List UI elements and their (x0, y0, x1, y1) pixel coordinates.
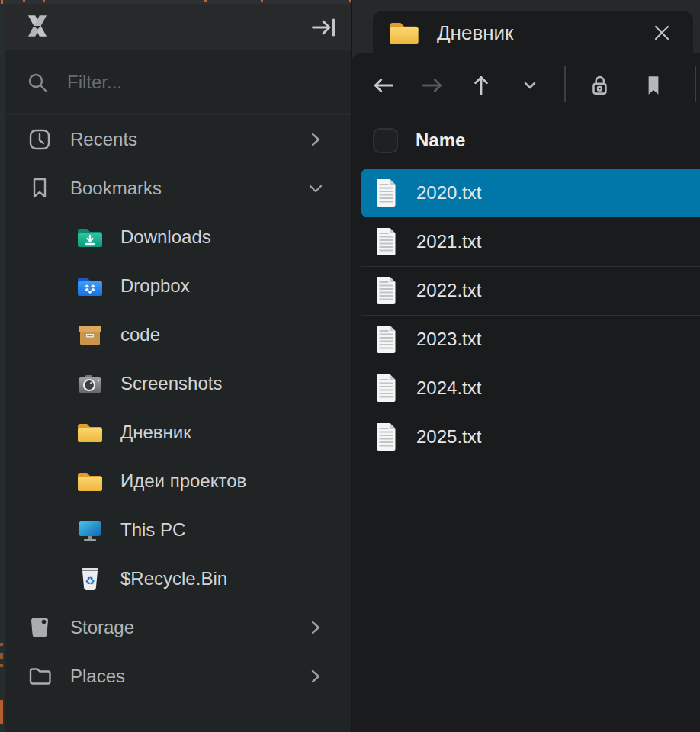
text-file-icon (374, 227, 398, 256)
text-file-icon (374, 178, 398, 207)
collapse-sidebar-button[interactable] (308, 14, 339, 41)
chevron-right-icon (307, 667, 325, 685)
sidebar-item-code[interactable]: code (5, 310, 351, 359)
bookmark-outline-icon (27, 176, 52, 201)
sidebar-item-label: This PC (120, 519, 185, 541)
file-row-2021[interactable]: 2021.txt (352, 217, 700, 266)
yellow-folder-icon (76, 470, 104, 493)
sidebar-item-diary-folder[interactable]: Дневник (5, 408, 351, 457)
up-button[interactable] (467, 72, 495, 99)
file-row-2025[interactable]: 2025.txt (352, 413, 700, 461)
file-pane: Дневник (351, 0, 700, 732)
sidebar-item-label: Recents (70, 129, 137, 150)
recycle-bin-icon: ♻ (76, 567, 104, 592)
toolbar-divider (695, 66, 696, 102)
unlock-button[interactable] (586, 72, 614, 99)
sidebar-item-project-ideas-folder[interactable]: Идеи проектов (5, 457, 351, 506)
file-row-2020[interactable]: 2020.txt (352, 169, 700, 217)
dropbox-folder-icon (76, 274, 104, 298)
text-file-icon (374, 276, 398, 305)
file-row-2023[interactable]: 2023.txt (352, 315, 700, 364)
back-button[interactable] (370, 72, 397, 99)
sidebar-item-label: code (120, 324, 160, 345)
camera-icon (76, 372, 104, 396)
chevron-down-icon (307, 179, 325, 197)
archive-box-icon (76, 323, 104, 347)
filter-input[interactable] (66, 71, 336, 94)
sidebar-item-storage[interactable]: Storage (5, 603, 351, 652)
text-file-icon (374, 374, 398, 403)
close-icon[interactable] (650, 21, 673, 44)
sidebar-item-label: Places (70, 666, 125, 687)
file-list: 2020.txt 2021.txt (352, 169, 700, 461)
sidebar-header (5, 4, 351, 50)
folder-outline-icon (27, 664, 52, 689)
sidebar-item-downloads[interactable]: Downloads (5, 213, 351, 262)
clock-icon (27, 127, 52, 152)
file-name: 2020.txt (416, 182, 481, 204)
filter-bar (5, 50, 351, 115)
chevron-right-icon (307, 130, 325, 149)
computer-monitor-icon (76, 518, 104, 542)
history-dropdown-button[interactable] (516, 72, 544, 99)
sidebar-item-label: Идеи проектов (120, 470, 246, 492)
sidebar-item-label: Bookmarks (70, 178, 162, 199)
forward-button[interactable] (419, 72, 446, 99)
sidebar-item-recents[interactable]: Recents (5, 115, 351, 164)
chevron-right-icon (307, 618, 325, 637)
yellow-folder-icon (76, 421, 104, 445)
sidebar-item-dropbox[interactable]: Dropbox (5, 262, 351, 310)
select-all-checkbox[interactable] (373, 128, 398, 153)
file-name: 2021.txt (416, 231, 481, 252)
sidebar-item-label: Storage (70, 617, 134, 638)
name-column-header[interactable]: Name (416, 130, 465, 151)
file-name: 2025.txt (416, 426, 481, 448)
sidebar-item-this-pc[interactable]: This PC (5, 506, 351, 554)
toolbar (352, 53, 700, 113)
text-file-icon (374, 422, 398, 451)
downloads-folder-icon (76, 226, 104, 249)
file-name: 2023.txt (416, 329, 481, 350)
search-icon (26, 71, 49, 94)
toolbar-divider (564, 66, 566, 102)
tab-title: Дневник (437, 21, 514, 45)
pane-content: Name 2020.txt (352, 53, 700, 732)
sidebar-nav: Recents Bookmarks (5, 115, 351, 701)
sidebar-item-recycle-bin[interactable]: ♻ $Recycle.Bin (5, 554, 351, 603)
sidebar-item-places[interactable]: Places (5, 652, 351, 701)
file-row-2022[interactable]: 2022.txt (352, 266, 700, 315)
sidebar-item-label: Дневник (120, 422, 191, 443)
file-name: 2024.txt (416, 377, 481, 399)
sidebar-item-bookmarks[interactable]: Bookmarks (5, 164, 351, 213)
svg-text:♻: ♻ (85, 574, 95, 588)
tab-diary[interactable]: Дневник (373, 11, 693, 55)
bookmark-button[interactable] (640, 72, 667, 99)
app-logo-icon (23, 12, 52, 40)
file-row-2024[interactable]: 2024.txt (352, 364, 700, 413)
sidebar-item-label: Dropbox (120, 275, 190, 297)
file-list-header: Name (352, 114, 700, 166)
text-file-icon (374, 325, 398, 354)
sidebar-item-label: Downloads (120, 226, 211, 248)
sidebar-item-label: Screenshots (120, 373, 222, 394)
storage-bin-icon (27, 615, 52, 640)
yellow-folder-icon (388, 20, 420, 47)
selection-highlight (361, 169, 700, 217)
sidebar: Recents Bookmarks (5, 4, 351, 732)
file-name: 2022.txt (416, 280, 481, 301)
sidebar-item-screenshots[interactable]: Screenshots (5, 359, 351, 408)
sidebar-item-label: $Recycle.Bin (120, 568, 227, 589)
